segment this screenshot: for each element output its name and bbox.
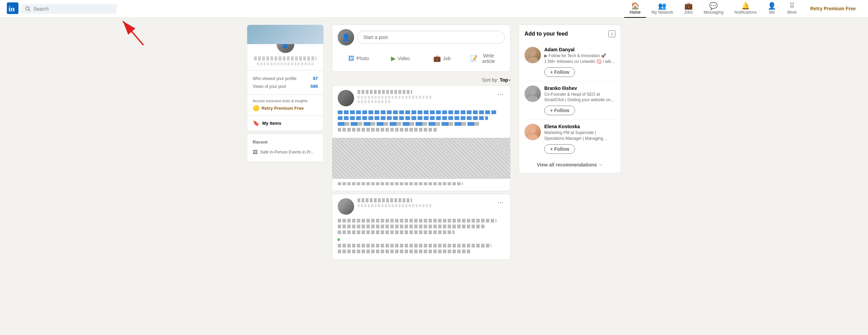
search-input[interactable] (33, 6, 113, 12)
recent-item-icon: 🖼 (253, 149, 257, 155)
post-creator-avatar: 👤 (338, 29, 354, 45)
feed-post-1-more-icon[interactable]: ··· (496, 90, 505, 98)
feed-post-1-header: ··· (332, 86, 510, 110)
svg-line-5 (123, 21, 143, 45)
sort-chevron-icon[interactable]: ▾ (509, 78, 510, 82)
sort-by-label: Sort by: (482, 77, 498, 83)
svg-point-11 (527, 134, 538, 140)
post-creator-card: 👤 Start a post 🖼 Photo ▶ Video 💼 Job (332, 25, 510, 72)
nav-home-label: Home (630, 10, 641, 15)
svg-point-6 (529, 50, 536, 56)
suggestions-title: Add to your feed (524, 31, 568, 37)
feed-post-1-time (358, 100, 392, 103)
linkedin-logo[interactable]: in (7, 2, 18, 15)
sort-value[interactable]: Top (500, 77, 508, 83)
suggestion-adam: Adam Danyal ▶ Follow for Tech & Innovati… (524, 43, 615, 81)
feed-post-1-line-2 (338, 116, 488, 120)
elena-avatar[interactable] (524, 124, 541, 140)
branko-avatar[interactable] (524, 85, 541, 102)
elena-follow-button[interactable]: + Follow (544, 144, 575, 154)
view-all-recommendations-link[interactable]: View all recommendations → (524, 158, 615, 168)
home-icon: 🏠 (631, 2, 640, 9)
profile-post-views-stat[interactable]: Views of your post 595 (253, 82, 318, 90)
nav-item-work[interactable]: ⠿ Work (782, 0, 802, 18)
feed-post-2-avatar[interactable] (338, 198, 354, 215)
job-label: Job (443, 56, 451, 61)
profile-banner (247, 25, 323, 44)
branko-info: Branko Ilishev Co-Founder & Head of SEO … (544, 85, 615, 116)
info-icon[interactable]: i (608, 30, 615, 37)
profile-stats: Who viewed your profile 87 Views of your… (247, 70, 323, 94)
video-icon: ▶ (391, 55, 396, 62)
profile-title-blurred (257, 63, 314, 65)
recent-section: Recent 🖼 Safe In-Person Events in Pr... (247, 134, 324, 162)
start-post-placeholder: Start a post (363, 35, 388, 40)
jobs-icon: 💼 (684, 2, 693, 9)
branko-name: Branko Ilishev (544, 85, 615, 91)
left-sidebar: 👤 Who viewed your profile 87 Views of yo… (247, 25, 324, 263)
nav-notifications-label: Notifications (734, 10, 757, 15)
profile-post-views-label: Views of your post (253, 84, 286, 89)
premium-access-text: Access exclusive tools & insights (253, 99, 318, 103)
article-icon: 📝 (470, 55, 477, 62)
adam-info: Adam Danyal ▶ Follow for Tech & Innovati… (544, 47, 615, 77)
premium-gem-icon: 🟡 (253, 105, 260, 111)
feed-post-2-line-4 (338, 244, 491, 247)
nav-item-me[interactable]: 👤 Me (762, 0, 782, 18)
bookmark-icon: 🔖 (253, 120, 260, 126)
feed-suggestions-card: Add to your feed i Adam Danyal ▶ Follow … (519, 25, 621, 173)
suggestions-header: Add to your feed i (524, 30, 615, 37)
search-bar[interactable] (21, 4, 117, 14)
feed-post-2-more-icon[interactable]: ··· (496, 198, 505, 206)
nav-item-notifications[interactable]: 🔔 Notifications (729, 0, 762, 18)
svg-line-3 (29, 10, 30, 11)
nav-item-home[interactable]: 🏠 Home (624, 0, 646, 18)
branko-desc: Co-Founder & Head of SEO at SmartClick |… (544, 92, 615, 103)
view-all-label: View all recommendations → (537, 162, 603, 168)
my-network-icon: 👥 (658, 2, 667, 9)
svg-point-9 (527, 96, 538, 102)
adam-follow-button[interactable]: + Follow (544, 67, 575, 77)
me-avatar-icon: 👤 (768, 2, 776, 9)
feed-post-2-name (358, 198, 412, 202)
my-items-link[interactable]: 🔖 My items (247, 116, 323, 131)
feed-post-1-footer (332, 179, 510, 191)
feed-post-1-avatar[interactable] (338, 90, 354, 106)
feed-post-1-line-4 (338, 128, 438, 132)
feed-post-1-subtitle (358, 96, 433, 99)
recent-item[interactable]: 🖼 Safe In-Person Events in Pr... (253, 148, 318, 156)
nav-item-jobs[interactable]: 💼 Jobs (678, 0, 698, 18)
nav-work-label: Work (787, 10, 797, 15)
nav-item-messaging[interactable]: 💬 Messaging (698, 0, 729, 18)
profile-viewers-stat[interactable]: Who viewed your profile 87 (253, 75, 318, 82)
svg-point-7 (527, 57, 538, 63)
profile-viewers-value: 87 (313, 76, 318, 81)
profile-post-views-value: 595 (310, 84, 318, 89)
feed-post-2-meta (358, 198, 493, 209)
svg-point-10 (529, 126, 536, 133)
adam-desc: ▶ Follow for Tech & Innovation 🚀 1.5M+ f… (544, 53, 615, 65)
write-article-button[interactable]: 📝 Write article (463, 50, 505, 67)
branko-follow-button[interactable]: + Follow (544, 106, 575, 115)
post-creator-top: 👤 Start a post (338, 29, 505, 45)
feed-post-2-line-2 (338, 225, 485, 228)
nav-jobs-label: Jobs (684, 10, 692, 15)
start-post-input[interactable]: Start a post (358, 31, 505, 44)
job-action-button[interactable]: 💼 Job (421, 50, 463, 67)
suggestion-elena: Elena Kostoska Marketing PM at Superside… (524, 120, 615, 158)
premium-link[interactable]: Retry Premium Free (805, 6, 861, 12)
video-action-button[interactable]: ▶ Video (379, 50, 421, 67)
feed-post-1-footer-text (338, 182, 463, 185)
recent-title: Recent (253, 139, 318, 145)
profile-premium-link[interactable]: 🟡 Retry Premium Free (253, 105, 318, 111)
feed-post-1-line-3 (338, 122, 480, 126)
feed-post-2-header: ··· (332, 194, 510, 219)
adam-avatar[interactable] (524, 47, 541, 63)
photo-action-button[interactable]: 🖼 Photo (338, 50, 379, 67)
search-icon (25, 6, 31, 12)
photo-label: Photo (356, 56, 369, 61)
nav-my-network-label: My Network (652, 10, 673, 15)
feed-post-1-name (358, 90, 412, 94)
feed-post-1-meta (358, 90, 493, 103)
nav-item-my-network[interactable]: 👥 My Network (646, 0, 678, 18)
